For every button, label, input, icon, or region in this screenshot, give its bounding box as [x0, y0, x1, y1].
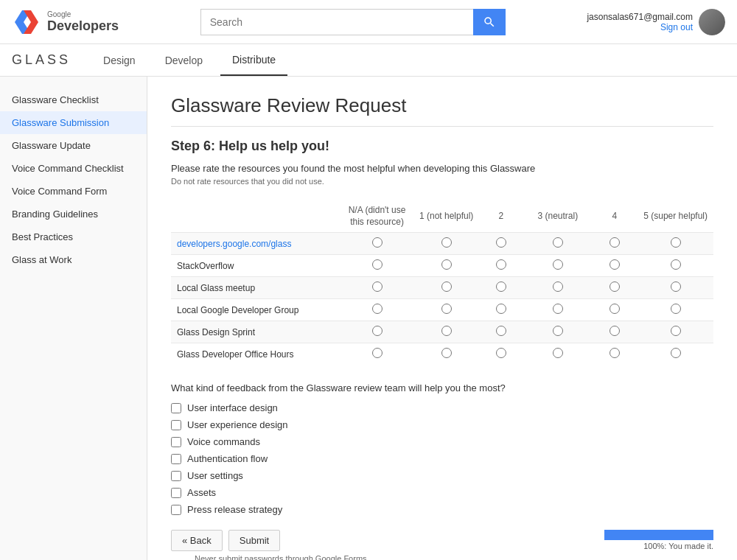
rating-cell-local-google-dev-group-2 — [478, 299, 524, 321]
rating-cell-glass-dev-office-hours-1 — [415, 343, 478, 365]
th-one: 1 (not helpful) — [415, 200, 478, 233]
sidebar-item-glass-at-work[interactable]: Glass at Work — [0, 248, 147, 271]
checkbox-ui-design[interactable] — [171, 403, 181, 413]
radio-local-glass-meetup-1[interactable] — [441, 281, 452, 292]
resource-cell-stackoverflow: StackOverflow — [171, 255, 339, 277]
feedback-item-ui-design: User interface design — [171, 402, 713, 413]
radio-local-google-dev-group-1[interactable] — [441, 304, 452, 314]
radio-local-glass-meetup-4[interactable] — [609, 281, 620, 292]
rating-cell-glass-dev-office-hours-4 — [592, 343, 638, 365]
submit-button[interactable]: Submit — [228, 530, 280, 551]
checkbox-assets[interactable] — [171, 488, 181, 498]
feedback-label-user-settings: User settings — [187, 470, 243, 481]
nav-item-distribute[interactable]: Distribute — [220, 45, 287, 76]
rating-cell-google-glass-site-4 — [592, 233, 638, 255]
radio-google-glass-site-1[interactable] — [441, 237, 452, 248]
search-input[interactable] — [200, 9, 473, 35]
rating-cell-local-google-dev-group-3 — [524, 299, 591, 321]
checkbox-ux-design[interactable] — [171, 420, 181, 430]
user-area: jasonsalas671@gmail.com Sign out — [587, 9, 725, 35]
rating-cell-stackoverflow-2 — [478, 255, 524, 277]
radio-glass-design-sprint-1[interactable] — [441, 326, 452, 336]
feedback-item-assets: Assets — [171, 487, 713, 498]
checkbox-voice-commands[interactable] — [171, 437, 181, 447]
user-email: jasonsalas671@gmail.com — [587, 12, 693, 22]
logo-developers-label: Developers — [47, 18, 119, 34]
sidebar-item-glassware-update[interactable]: Glassware Update — [0, 134, 147, 157]
radio-glass-design-sprint-4[interactable] — [609, 326, 620, 336]
radio-google-glass-site-2[interactable] — [496, 237, 506, 248]
radio-google-glass-site-5[interactable] — [671, 237, 681, 248]
sidebar-item-glassware-submission[interactable]: Glassware Submission — [0, 111, 147, 134]
rating-cell-local-glass-meetup-2 — [478, 277, 524, 299]
feedback-label-press-release: Press release strategy — [187, 504, 282, 515]
radio-google-glass-site-na[interactable] — [372, 237, 383, 248]
sidebar-item-voice-command-checklist[interactable]: Voice Command Checklist — [0, 157, 147, 180]
radio-local-google-dev-group-5[interactable] — [671, 304, 681, 314]
radio-stackoverflow-3[interactable] — [553, 259, 563, 270]
radio-local-glass-meetup-5[interactable] — [671, 281, 681, 292]
radio-glass-design-sprint-3[interactable] — [553, 326, 563, 336]
radio-glass-dev-office-hours-2[interactable] — [496, 348, 506, 358]
feedback-label-ui-design: User interface design — [187, 402, 278, 413]
progress-area: 100%: You made it. — [604, 530, 713, 550]
feedback-label-ux-design: User experience design — [187, 419, 288, 430]
search-button[interactable] — [473, 9, 506, 35]
th-two: 2 — [478, 200, 524, 233]
radio-google-glass-site-4[interactable] — [609, 237, 620, 248]
radio-local-glass-meetup-na[interactable] — [372, 281, 383, 292]
radio-local-glass-meetup-3[interactable] — [553, 281, 563, 292]
sign-out-link[interactable]: Sign out — [587, 22, 693, 32]
sidebar-item-voice-command-form[interactable]: Voice Command Form — [0, 180, 147, 203]
rating-cell-google-glass-site-1 — [415, 233, 478, 255]
radio-glass-dev-office-hours-3[interactable] — [553, 348, 563, 358]
resource-link-google-glass-site[interactable]: developers.google.com/glass — [177, 239, 291, 249]
rating-cell-google-glass-site-5 — [638, 233, 713, 255]
sidebar-item-branding-guidelines[interactable]: Branding Guidelines — [0, 203, 147, 225]
radio-google-glass-site-3[interactable] — [553, 237, 563, 248]
radio-glass-design-sprint-na[interactable] — [372, 326, 383, 336]
avatar-image — [699, 9, 725, 35]
sidebar-item-best-practices[interactable]: Best Practices — [0, 225, 147, 248]
rating-cell-stackoverflow-4 — [592, 255, 638, 277]
radio-glass-dev-office-hours-4[interactable] — [609, 348, 620, 358]
radio-stackoverflow-na[interactable] — [372, 259, 383, 270]
checkbox-user-settings[interactable] — [171, 471, 181, 481]
navbar: GLASS Design Develop Distribute — [0, 44, 737, 77]
radio-stackoverflow-4[interactable] — [609, 259, 620, 270]
sidebar-item-glassware-checklist[interactable]: Glassware Checklist — [0, 88, 147, 111]
search-icon — [483, 15, 496, 29]
rating-cell-stackoverflow-5 — [638, 255, 713, 277]
nav-item-design[interactable]: Design — [91, 46, 147, 75]
bottom-actions: « Back Submit Never submit passwords thr… — [171, 530, 713, 560]
checkbox-press-release[interactable] — [171, 505, 181, 515]
radio-local-google-dev-group-na[interactable] — [372, 304, 383, 314]
radio-glass-dev-office-hours-5[interactable] — [671, 348, 681, 358]
rating-cell-local-glass-meetup-4 — [592, 277, 638, 299]
rating-cell-local-glass-meetup-1 — [415, 277, 478, 299]
radio-local-google-dev-group-3[interactable] — [553, 304, 563, 314]
radio-local-glass-meetup-2[interactable] — [496, 281, 506, 292]
back-button[interactable]: « Back — [171, 530, 223, 551]
radio-stackoverflow-1[interactable] — [441, 259, 452, 270]
rating-cell-local-google-dev-group-4 — [592, 299, 638, 321]
radio-stackoverflow-2[interactable] — [496, 259, 506, 270]
radio-local-google-dev-group-2[interactable] — [496, 304, 506, 314]
search-area — [200, 9, 506, 35]
radio-glass-dev-office-hours-1[interactable] — [441, 348, 452, 358]
progress-bar-fill — [604, 530, 713, 540]
radio-stackoverflow-5[interactable] — [671, 259, 681, 270]
rating-cell-glass-design-sprint-1 — [415, 321, 478, 343]
rating-cell-glass-dev-office-hours-na — [339, 343, 415, 365]
rating-cell-google-glass-site-2 — [478, 233, 524, 255]
feedback-item-press-release: Press release strategy — [171, 504, 713, 515]
sidebar: Glassware Checklist Glassware Submission… — [0, 77, 147, 560]
nav-item-develop[interactable]: Develop — [153, 46, 214, 75]
radio-glass-design-sprint-2[interactable] — [496, 326, 506, 336]
radio-glass-dev-office-hours-na[interactable] — [372, 348, 383, 358]
rating-cell-glass-design-sprint-4 — [592, 321, 638, 343]
step-title: Step 6: Help us help you! — [171, 139, 713, 154]
checkbox-auth-flow[interactable] — [171, 454, 181, 464]
radio-local-google-dev-group-4[interactable] — [609, 304, 620, 314]
radio-glass-design-sprint-5[interactable] — [671, 326, 681, 336]
